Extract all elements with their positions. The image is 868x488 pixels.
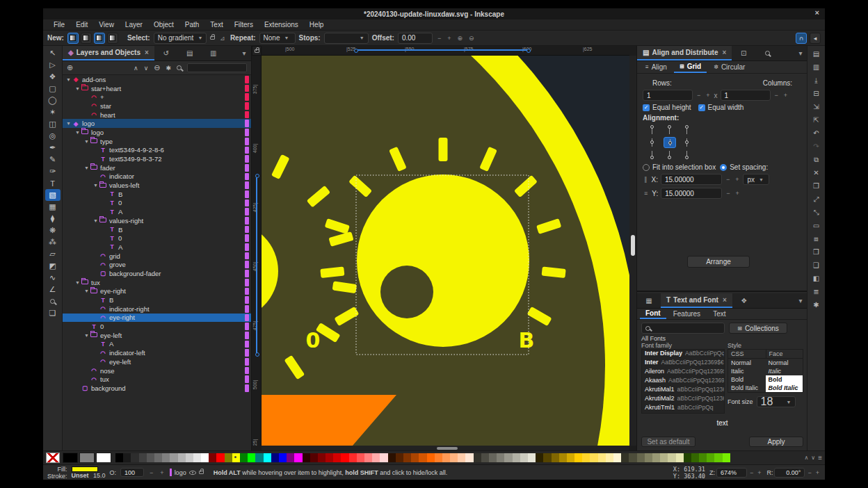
tree-row-indicator[interactable]: ◠indicator: [63, 172, 251, 181]
tree-row-grid[interactable]: ◠grid: [63, 252, 251, 261]
color-swatch[interactable]: [489, 453, 497, 462]
fill-stroke-icon[interactable]: ◧: [810, 272, 823, 285]
gradient-tool[interactable]: ▧: [45, 189, 61, 201]
tab-find[interactable]: [755, 46, 779, 60]
layer-highlight-strip[interactable]: [245, 261, 249, 268]
title-bar[interactable]: *20240130-update-linuxdaw.svg - Inkscape…: [43, 8, 825, 19]
alignment-option-bottom-left[interactable]: [650, 149, 662, 161]
menu-view[interactable]: View: [94, 20, 119, 29]
tree-row-eye-left[interactable]: ▼eye-left: [63, 331, 251, 340]
close-tab-icon[interactable]: ×: [723, 296, 727, 304]
measure-tool[interactable]: ∠: [45, 284, 61, 295]
layer-highlight-strip[interactable]: [245, 358, 249, 366]
y-spacing-input[interactable]: 15.00000: [661, 188, 722, 199]
color-swatch[interactable]: [637, 453, 645, 462]
color-swatch[interactable]: [574, 453, 582, 462]
duplicate-icon[interactable]: ⧈: [810, 232, 823, 245]
color-swatch[interactable]: [154, 453, 162, 462]
close-tab-icon[interactable]: ×: [145, 49, 149, 56]
color-swatch[interactable]: [513, 453, 520, 462]
delete-stop-icon[interactable]: ⊖: [467, 35, 476, 42]
insert-stop-icon[interactable]: ⊕: [456, 35, 464, 42]
layer-highlight-strip[interactable]: [245, 93, 249, 101]
close-tab-icon[interactable]: ×: [722, 49, 726, 56]
font-family-item[interactable]: AkaashAaBbCcIiPpQq12369$€¢?.;(: [642, 377, 724, 386]
delete-icon[interactable]: ✕: [810, 166, 823, 179]
menu-extensions[interactable]: Extensions: [259, 20, 303, 29]
color-swatch[interactable]: [427, 453, 435, 462]
font-family-item[interactable]: Inter DisplayAaBbCcIiPpQq1236: [642, 350, 724, 359]
tree-row-0[interactable]: T0: [63, 322, 251, 331]
color-swatch[interactable]: [396, 453, 403, 462]
tab-export[interactable]: ▥: [202, 46, 225, 60]
color-swatch[interactable]: [629, 453, 636, 462]
color-swatch[interactable]: [193, 453, 201, 462]
color-swatch[interactable]: [388, 453, 396, 462]
remove-layer-button[interactable]: ⊖: [154, 63, 160, 72]
color-swatch[interactable]: [225, 453, 232, 462]
layer-highlight-strip[interactable]: [245, 217, 249, 225]
stops-dropdown[interactable]: ▼: [324, 33, 369, 44]
color-swatch[interactable]: [652, 453, 660, 462]
layer-highlight-strip[interactable]: [245, 76, 249, 83]
pen-tool[interactable]: ✒: [45, 142, 61, 154]
tab-symbols[interactable]: ▦: [637, 293, 661, 308]
layer-highlight-strip[interactable]: [245, 129, 249, 136]
tree-row-eye-right[interactable]: ◠eye-right: [63, 314, 251, 323]
color-swatch[interactable]: [450, 453, 458, 462]
add-layer-button[interactable]: ⊕: [67, 63, 73, 72]
color-swatch[interactable]: [435, 453, 442, 462]
layer-visibility-icon[interactable]: [189, 471, 196, 475]
color-swatch[interactable]: [287, 453, 294, 462]
layer-highlight-strip[interactable]: [245, 111, 249, 119]
tree-row-0[interactable]: T0: [63, 199, 251, 208]
color-swatch[interactable]: [411, 453, 419, 462]
equal-height-checkbox[interactable]: ✓ Equal height: [643, 104, 691, 111]
set-as-default-button[interactable]: Set as default: [641, 437, 696, 447]
color-swatch[interactable]: [419, 453, 426, 462]
tree-row-logo[interactable]: ▼logo: [63, 128, 251, 137]
color-swatch[interactable]: [178, 453, 186, 462]
subtab-font[interactable]: Font: [640, 309, 666, 319]
menu-text[interactable]: Text: [205, 20, 227, 29]
color-swatch[interactable]: [676, 453, 684, 462]
tree-row-tux[interactable]: ◠tux: [63, 375, 251, 384]
tree-row-eye-left[interactable]: ◠eye-left: [63, 357, 251, 366]
color-swatch[interactable]: [528, 453, 536, 462]
layer-highlight-strip[interactable]: [245, 102, 249, 110]
palette-scroll-down-icon[interactable]: ∨: [811, 455, 815, 461]
chevron-down-icon[interactable]: ▾: [237, 46, 251, 60]
color-swatch[interactable]: [186, 453, 193, 462]
columns-increment-button[interactable]: +: [782, 92, 789, 99]
color-swatch[interactable]: [645, 453, 652, 462]
tree-row-type[interactable]: ▼type: [63, 137, 251, 146]
color-swatch[interactable]: [699, 453, 707, 462]
no-color-swatch[interactable]: [46, 453, 60, 463]
expander-open-icon[interactable]: ▼: [83, 288, 90, 293]
apply-button[interactable]: Apply: [749, 437, 803, 447]
font-family-item[interactable]: InterAaBbCcIiPpQq12369$€€?.: [642, 359, 724, 368]
export-icon[interactable]: ⇱: [810, 113, 823, 127]
style-row-normal[interactable]: NormalNormal: [728, 359, 803, 367]
dropper-tool[interactable]: ⧫: [45, 213, 61, 225]
layer-highlight-strip[interactable]: [245, 341, 249, 348]
color-swatch[interactable]: [326, 453, 333, 462]
unit-dropdown[interactable]: px▼: [743, 174, 769, 185]
alignment-option-bottom-right[interactable]: [677, 149, 690, 161]
quick-color-swatch[interactable]: [79, 453, 95, 463]
layer-highlight-strip[interactable]: [245, 332, 249, 339]
tree-row-a[interactable]: TA: [63, 340, 251, 349]
color-swatch[interactable]: [723, 453, 730, 462]
expander-open-icon[interactable]: ▼: [74, 130, 81, 135]
y-decrement-button[interactable]: −: [725, 190, 731, 197]
rows-decrement-button[interactable]: −: [696, 92, 702, 99]
color-swatch[interactable]: [279, 453, 287, 462]
expander-open-icon[interactable]: ▼: [65, 77, 72, 82]
layer-highlight-strip[interactable]: [245, 323, 249, 330]
expander-open-icon[interactable]: ▼: [74, 280, 81, 285]
tree-row-grove[interactable]: ◠grove: [63, 260, 251, 269]
layer-highlight-strip[interactable]: [245, 147, 249, 154]
layer-highlight-strip[interactable]: [245, 234, 249, 242]
color-swatch[interactable]: [294, 453, 302, 462]
x-spacing-input[interactable]: 15.00000: [661, 174, 722, 185]
